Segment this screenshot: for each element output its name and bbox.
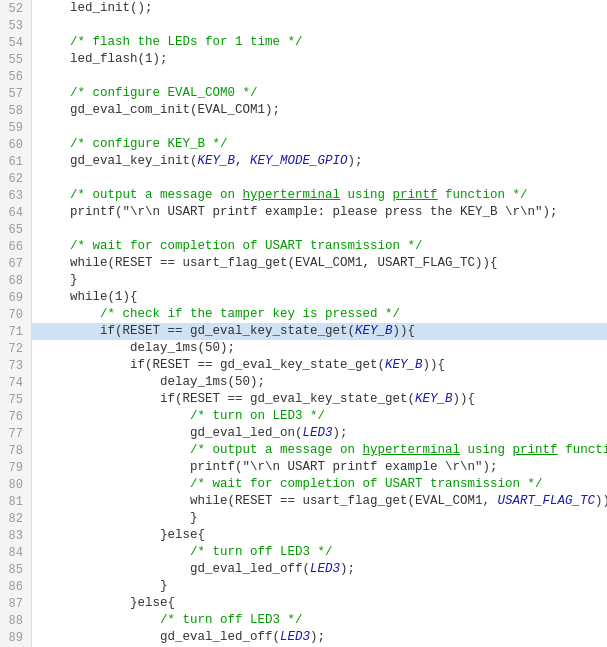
code-line: 68 }: [0, 272, 607, 289]
line-number: 83: [0, 527, 32, 544]
line-number: 72: [0, 340, 32, 357]
code-line: 54 /* flash the LEDs for 1 time */: [0, 34, 607, 51]
code-line: 67 while(RESET == usart_flag_get(EVAL_CO…: [0, 255, 607, 272]
line-number: 53: [0, 17, 32, 34]
line-content: printf("\r\n USART printf example: pleas…: [32, 204, 607, 221]
line-number: 88: [0, 612, 32, 629]
code-line: 74 delay_1ms(50);: [0, 374, 607, 391]
line-content: /* turn off LED3 */: [32, 544, 607, 561]
line-content: /* turn off LED3 */: [32, 612, 607, 629]
line-number: 77: [0, 425, 32, 442]
line-number: 60: [0, 136, 32, 153]
line-content: printf("\r\n USART printf example \r\n")…: [32, 459, 607, 476]
line-content: led_init();: [32, 0, 607, 17]
code-line: 53: [0, 17, 607, 34]
line-content: }else{: [32, 527, 607, 544]
line-number: 86: [0, 578, 32, 595]
line-number: 89: [0, 629, 32, 646]
line-content: gd_eval_com_init(EVAL_COM1);: [32, 102, 607, 119]
code-line: 88 /* turn off LED3 */: [0, 612, 607, 629]
line-content: if(RESET == gd_eval_key_state_get(KEY_B)…: [32, 357, 607, 374]
code-line: 69 while(1){: [0, 289, 607, 306]
line-content: }: [32, 510, 607, 527]
code-line: 55 led_flash(1);: [0, 51, 607, 68]
code-line: 73 if(RESET == gd_eval_key_state_get(KEY…: [0, 357, 607, 374]
code-line: 62: [0, 170, 607, 187]
line-number: 65: [0, 221, 32, 238]
line-content: if(RESET == gd_eval_key_state_get(KEY_B)…: [32, 323, 607, 340]
code-line: 63 /* output a message on hyperterminal …: [0, 187, 607, 204]
line-number: 71: [0, 323, 32, 340]
code-line: 56: [0, 68, 607, 85]
line-number: 62: [0, 170, 32, 187]
code-line: 84 /* turn off LED3 */: [0, 544, 607, 561]
code-line: 79 printf("\r\n USART printf example \r\…: [0, 459, 607, 476]
line-number: 57: [0, 85, 32, 102]
line-content: /* check if the tamper key is pressed */: [32, 306, 607, 323]
line-content: /* output a message on hyperterminal usi…: [32, 442, 607, 459]
line-number: 75: [0, 391, 32, 408]
code-line: 66 /* wait for completion of USART trans…: [0, 238, 607, 255]
line-number: 87: [0, 595, 32, 612]
line-number: 52: [0, 0, 32, 17]
line-number: 64: [0, 204, 32, 221]
line-content: /* flash the LEDs for 1 time */: [32, 34, 607, 51]
line-content: while(RESET == usart_flag_get(EVAL_COM1,…: [32, 255, 607, 272]
code-line: 52 led_init();: [0, 0, 607, 17]
line-number: 82: [0, 510, 32, 527]
line-number: 76: [0, 408, 32, 425]
line-number: 85: [0, 561, 32, 578]
line-content: /* wait for completion of USART transmis…: [32, 476, 607, 493]
line-content: if(RESET == gd_eval_key_state_get(KEY_B)…: [32, 391, 607, 408]
code-line: 89 gd_eval_led_off(LED3);: [0, 629, 607, 646]
line-content: gd_eval_key_init(KEY_B, KEY_MODE_GPIO);: [32, 153, 607, 170]
code-line: 65: [0, 221, 607, 238]
line-number: 80: [0, 476, 32, 493]
code-line: 86 }: [0, 578, 607, 595]
code-line: 61 gd_eval_key_init(KEY_B, KEY_MODE_GPIO…: [0, 153, 607, 170]
line-number: 58: [0, 102, 32, 119]
code-line: 82 }: [0, 510, 607, 527]
line-content: while(1){: [32, 289, 607, 306]
line-number: 78: [0, 442, 32, 459]
line-content: /* turn on LED3 */: [32, 408, 607, 425]
code-line: 87 }else{: [0, 595, 607, 612]
line-number: 69: [0, 289, 32, 306]
line-content: while(RESET == usart_flag_get(EVAL_COM1,…: [32, 493, 607, 510]
line-content: led_flash(1);: [32, 51, 607, 68]
code-line: 77 gd_eval_led_on(LED3);: [0, 425, 607, 442]
code-line: 70 /* check if the tamper key is pressed…: [0, 306, 607, 323]
code-line: 57 /* configure EVAL_COM0 */: [0, 85, 607, 102]
line-content: delay_1ms(50);: [32, 374, 607, 391]
line-number: 73: [0, 357, 32, 374]
line-number: 68: [0, 272, 32, 289]
line-content: /* configure EVAL_COM0 */: [32, 85, 607, 102]
code-line: 60 /* configure KEY_B */: [0, 136, 607, 153]
code-line: 83 }else{: [0, 527, 607, 544]
line-number: 54: [0, 34, 32, 51]
line-content: }else{: [32, 595, 607, 612]
line-number: 56: [0, 68, 32, 85]
code-line: 81 while(RESET == usart_flag_get(EVAL_CO…: [0, 493, 607, 510]
code-line: 58 gd_eval_com_init(EVAL_COM1);: [0, 102, 607, 119]
line-number: 66: [0, 238, 32, 255]
line-number: 81: [0, 493, 32, 510]
line-content: /* output a message on hyperterminal usi…: [32, 187, 607, 204]
line-number: 74: [0, 374, 32, 391]
line-number: 59: [0, 119, 32, 136]
line-number: 61: [0, 153, 32, 170]
line-content: /* wait for completion of USART transmis…: [32, 238, 607, 255]
line-content: /* configure KEY_B */: [32, 136, 607, 153]
line-number: 84: [0, 544, 32, 561]
line-number: 70: [0, 306, 32, 323]
line-number: 79: [0, 459, 32, 476]
line-number: 55: [0, 51, 32, 68]
code-editor: 52 led_init();5354 /* flash the LEDs for…: [0, 0, 607, 647]
code-line: 75 if(RESET == gd_eval_key_state_get(KEY…: [0, 391, 607, 408]
code-line: 64 printf("\r\n USART printf example: pl…: [0, 204, 607, 221]
code-line: 72 delay_1ms(50);: [0, 340, 607, 357]
line-number: 63: [0, 187, 32, 204]
line-content: }: [32, 578, 607, 595]
code-line: 76 /* turn on LED3 */: [0, 408, 607, 425]
code-line: 80 /* wait for completion of USART trans…: [0, 476, 607, 493]
